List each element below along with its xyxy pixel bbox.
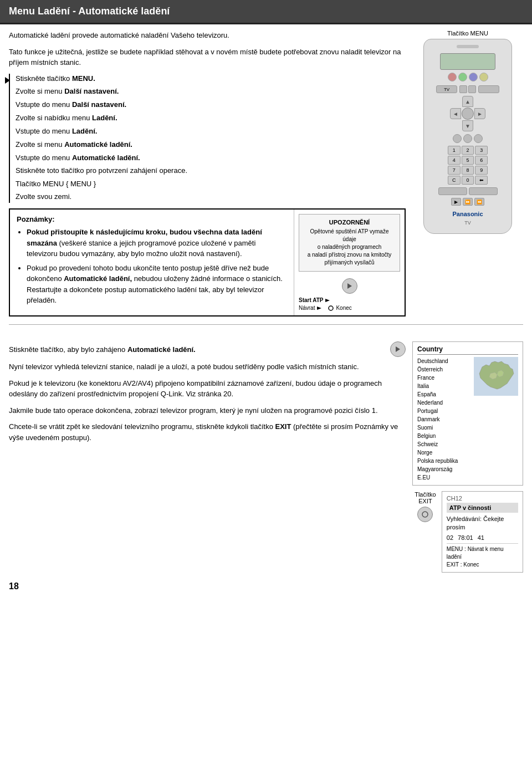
remote-btn-blue[interactable] — [469, 73, 478, 81]
step-5-text: Vstupte do menu Ladění. — [16, 127, 97, 135]
right-column: Tlačítko MENU TV — [412, 30, 523, 316]
notes-text: Poznámky: Pokud přistoupíte k následujíc… — [10, 210, 294, 315]
remote-label: Tlačítko MENU — [447, 30, 488, 37]
remote-model: TV — [464, 220, 471, 226]
remote-btn-yellow[interactable] — [479, 73, 488, 81]
exit-label: Tlačítko EXIT — [412, 491, 438, 504]
svg-point-6 — [422, 512, 428, 517]
zvolte-zemi: Zvolte svou zemi. — [16, 192, 406, 201]
atp-title: ATP v činnosti — [447, 503, 518, 513]
europe-map — [474, 357, 518, 396]
remote-dpad: ▲ ▼ ◄ ► — [450, 96, 485, 131]
dpad-up[interactable]: ▲ — [462, 96, 473, 107]
svg-marker-1 — [325, 299, 330, 302]
atp-section: Tlačítko EXIT CH12 ATP v činnosti Vyhled… — [412, 491, 523, 573]
dpad-down[interactable]: ▼ — [462, 120, 473, 131]
step-1-text: Stiskněte tlačítko MENU. — [16, 74, 95, 83]
bottom-text-4: Chcete-li se vrátit zpět ke sledování te… — [9, 421, 406, 443]
remote-btn-1[interactable]: 1 — [448, 146, 461, 155]
remote-btn-wide1[interactable] — [438, 187, 467, 195]
remote-btn-down-small[interactable] — [468, 85, 476, 93]
remote-btn-8[interactable]: 8 — [462, 166, 474, 175]
remote-btn-4[interactable]: 4 — [448, 156, 461, 165]
dpad-right[interactable]: ► — [474, 108, 485, 119]
svg-marker-4 — [396, 346, 400, 352]
bottom-text-2: Pokud je k televizoru (ke konektoru AV2/… — [9, 378, 406, 400]
dpad-left[interactable]: ◄ — [450, 108, 461, 119]
warning-title: UPOZORNĚNÍ — [304, 219, 395, 226]
notes-title: Poznámky: — [17, 215, 287, 223]
notes-list: Pokud přistoupíte k následujícímu kroku,… — [17, 227, 287, 306]
remote-btn-0[interactable]: 0 — [462, 176, 474, 185]
remote-speaker — [457, 45, 479, 48]
remote-btn-ff[interactable]: ⏩ — [463, 198, 473, 206]
steps-arrow — [5, 77, 10, 84]
svg-point-3 — [329, 306, 333, 310]
small-nav-button[interactable] — [342, 278, 357, 294]
country-content: Deutschland Österreich France Italia Esp… — [417, 357, 518, 482]
step-3: Vstupte do menu Další nastavení. — [16, 100, 406, 110]
dpad-center[interactable] — [462, 108, 474, 120]
remote-btn-7[interactable]: 7 — [448, 166, 461, 175]
remote-btn-rw[interactable]: ⏪ — [474, 198, 484, 206]
remote-btn-s3[interactable] — [474, 134, 483, 143]
warning-text: Opětovné spuštění ATP vymaže údaje o nal… — [304, 228, 395, 267]
remote-btn-extra[interactable] — [478, 85, 499, 93]
step-1: Stiskněte tlačítko MENU. — [16, 74, 406, 84]
exit-button[interactable] — [417, 507, 433, 522]
remote-btn-6[interactable]: 6 — [475, 156, 488, 165]
notes-bullet-1: Pokud přistoupíte k následujícímu kroku,… — [27, 227, 287, 259]
step-2: Zvolte si menu Další nastavení. — [16, 86, 406, 97]
bottom-text-3: Jakmile bude tato operace dokončena, zob… — [9, 405, 406, 416]
notes-section: Poznámky: Pokud přistoupíte k následujíc… — [9, 208, 406, 316]
left-column: Automatické ladění provede automatické n… — [9, 30, 406, 316]
bottom-text-1: Nyní televizor vyhledá televizní stanice… — [9, 361, 406, 372]
remote-btn-green[interactable] — [458, 73, 467, 81]
remote-btn-9[interactable]: 9 — [475, 166, 488, 175]
remote-numpad: 1 2 3 4 5 6 7 8 9 C 0 ⬅ — [448, 146, 488, 185]
nav-diagram: Start ATP Návrat Konec — [299, 297, 400, 311]
remote-btn-s2[interactable] — [463, 134, 472, 143]
remote-control: TV ▲ ▼ ◄ — [423, 39, 512, 234]
step-6-text: Zvolte si menu Automatické ladění. — [16, 140, 132, 149]
section-divider — [9, 324, 523, 325]
remote-btn-5[interactable]: 5 — [462, 156, 474, 165]
bottom-section: Stiskněte tlačítko, aby bylo zahájeno Au… — [0, 333, 532, 573]
remote-screen — [440, 53, 495, 70]
step-8: Stiskněte toto tlačítko pro potvrzení za… — [16, 166, 406, 176]
remote-btn-red[interactable] — [448, 73, 457, 81]
atp-progress: 02 78:01 41 — [447, 534, 518, 541]
exit-area: Tlačítko EXIT — [412, 491, 438, 522]
warning-box: UPOZORNĚNÍ Opětovné spuštění ATP vymaže … — [299, 214, 400, 272]
remote-btn-up-small[interactable] — [459, 85, 467, 93]
intro-line1: Automatické ladění provede automatické n… — [9, 30, 406, 41]
atp-trigger-button[interactable] — [390, 341, 406, 357]
bottom-step-atp: Stiskněte tlačítko, aby bylo zahájeno Au… — [9, 341, 406, 357]
step-4-text: Zvolte si nabídku menu Ladění. — [16, 114, 117, 122]
step-9-text: Tlačítko MENU { MENU } — [16, 180, 96, 188]
remote-brand: Panasonic — [452, 211, 483, 217]
remote-btn-s1[interactable] — [453, 134, 462, 143]
remote-btn-dash[interactable]: ⬅ — [475, 176, 488, 185]
country-list: Deutschland Österreich France Italia Esp… — [417, 357, 470, 482]
atp-subtitle: Vyhledávání: Čekejte prosím — [447, 515, 518, 532]
bottom-main: Stiskněte tlačítko, aby bylo zahájeno Au… — [9, 341, 523, 573]
atp-box: CH12 ATP v činnosti Vyhledávání: Čekejte… — [442, 491, 523, 573]
remote-top-buttons — [428, 73, 507, 81]
atp-menu-info: MENU : Návrat k menu ladění EXIT : Konec — [447, 543, 518, 569]
remote-btn-c[interactable]: C — [448, 176, 461, 185]
atp-val-3: 41 — [478, 534, 484, 541]
notes-visual: UPOZORNĚNÍ Opětovné spuštění ATP vymaže … — [294, 210, 405, 315]
remote-btn-wide2[interactable] — [469, 187, 498, 195]
country-box: Country Deutschland Österreich France It… — [412, 341, 523, 486]
step-8-text: Stiskněte toto tlačítko pro potvrzení za… — [16, 166, 187, 175]
remote-btn-play[interactable]: ▶ — [451, 198, 461, 206]
remote-btn-tv[interactable]: TV — [436, 85, 457, 93]
step-2-text: Zvolte si menu Další nastavení. — [16, 87, 119, 95]
atp-ch: CH12 — [447, 495, 518, 502]
remote-btn-2[interactable]: 2 — [462, 146, 474, 155]
step-9: Tlačítko MENU { MENU } — [16, 179, 406, 190]
atp-val-2: 78:01 — [458, 534, 473, 541]
step-7-text: Vstupte do menu Automatické ladění. — [16, 154, 140, 162]
remote-btn-3[interactable]: 3 — [475, 146, 488, 155]
